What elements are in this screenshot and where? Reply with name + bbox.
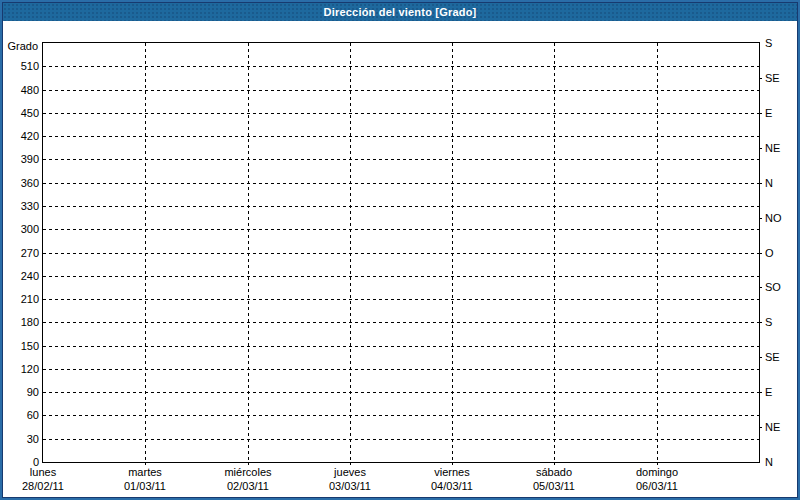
v-gridline-2 (248, 43, 249, 462)
right-tick-360 (759, 183, 762, 184)
right-tick-495 (759, 78, 762, 79)
h-gridline-480 (43, 90, 759, 91)
y-tick-label-480: 480 (0, 84, 39, 96)
y-tick-label-90: 90 (0, 386, 39, 398)
y-axis-title: Grado (7, 40, 38, 52)
x-label-date-2: 02/03/11 (193, 480, 303, 493)
h-gridline-180 (43, 322, 759, 323)
right-tick-405 (759, 148, 762, 149)
chart-title-bar: Dirección del viento [Grado] (3, 3, 797, 21)
chart-frame: Dirección del viento [Grado] Grado 03060… (2, 2, 798, 498)
x-label-day-4: viernes (397, 466, 507, 479)
right-axis-label-360: N (765, 177, 773, 189)
right-axis-label-180: S (765, 316, 772, 328)
y-tick-label-180: 180 (0, 316, 39, 328)
h-gridline-420 (43, 136, 759, 137)
v-gridline-5 (554, 43, 555, 462)
x-label-date-4: 04/03/11 (397, 480, 507, 493)
x-label-date-1: 01/03/11 (90, 480, 200, 493)
h-gridline-510 (43, 66, 759, 67)
y-tick-label-330: 330 (0, 200, 39, 212)
x-tick-6 (657, 462, 658, 465)
h-gridline-450 (43, 113, 759, 114)
x-tick-5 (554, 462, 555, 465)
x-label-date-5: 05/03/11 (499, 480, 609, 493)
right-tick-135 (759, 357, 762, 358)
x-label-date-0: 28/02/11 (0, 480, 98, 493)
right-axis-label-540: S (765, 37, 772, 49)
right-tick-90 (759, 392, 762, 393)
right-tick-450 (759, 113, 762, 114)
x-label-day-1: martes (90, 466, 200, 479)
y-tick-label-60: 60 (0, 409, 39, 421)
y-tick-label-120: 120 (0, 363, 39, 375)
right-axis-label-90: E (765, 386, 772, 398)
y-tick-label-300: 300 (0, 223, 39, 235)
chart-title: Dirección del viento [Grado] (324, 6, 477, 18)
x-tick-3 (350, 462, 351, 465)
y-tick-label-270: 270 (0, 247, 39, 259)
right-axis-label-225: SO (765, 281, 781, 293)
y-tick-label-450: 450 (0, 107, 39, 119)
v-gridline-1 (145, 43, 146, 462)
h-gridline-360 (43, 183, 759, 184)
x-tick-2 (248, 462, 249, 465)
y-tick-label-390: 390 (0, 153, 39, 165)
v-gridline-4 (452, 43, 453, 462)
y-tick-label-510: 510 (0, 60, 39, 72)
right-axis-label-0: N (765, 456, 773, 468)
h-gridline-90 (43, 392, 759, 393)
y-tick-label-360: 360 (0, 177, 39, 189)
x-label-day-6: domingo (602, 466, 712, 479)
h-gridline-120 (43, 369, 759, 370)
h-gridline-30 (43, 439, 759, 440)
x-label-day-2: miércoles (193, 466, 303, 479)
x-label-date-3: 03/03/11 (295, 480, 405, 493)
v-gridline-3 (350, 43, 351, 462)
y-tick-label-240: 240 (0, 270, 39, 282)
h-gridline-60 (43, 415, 759, 416)
right-axis-label-45: NE (765, 421, 780, 433)
right-tick-180 (759, 322, 762, 323)
right-tick-225 (759, 287, 762, 288)
h-gridline-210 (43, 299, 759, 300)
right-tick-45 (759, 427, 762, 428)
right-tick-315 (759, 218, 762, 219)
y-tick-label-420: 420 (0, 130, 39, 142)
right-tick-270 (759, 253, 762, 254)
h-gridline-300 (43, 229, 759, 230)
x-label-day-0: lunes (0, 466, 98, 479)
y-tick-label-150: 150 (0, 340, 39, 352)
chart-window: Dirección del viento [Grado] Grado 03060… (0, 0, 800, 500)
x-tick-1 (145, 462, 146, 465)
x-tick-4 (452, 462, 453, 465)
right-axis-label-450: E (765, 107, 772, 119)
h-gridline-270 (43, 253, 759, 254)
right-axis-label-135: SE (765, 351, 780, 363)
x-label-date-6: 06/03/11 (602, 480, 712, 493)
h-gridline-240 (43, 276, 759, 277)
right-axis-label-270: O (765, 247, 774, 259)
v-gridline-6 (657, 43, 658, 462)
x-label-day-5: sábado (499, 466, 609, 479)
right-axis-label-315: NO (765, 212, 782, 224)
right-axis-label-495: SE (765, 72, 780, 84)
h-gridline-330 (43, 206, 759, 207)
y-tick-label-210: 210 (0, 293, 39, 305)
h-gridline-390 (43, 159, 759, 160)
chart-region: Grado 0306090120150180210240270300330360… (3, 21, 797, 497)
x-label-day-3: jueves (295, 466, 405, 479)
y-tick-label-30: 30 (0, 433, 39, 445)
plot-area: Grado 0306090120150180210240270300330360… (42, 42, 760, 463)
h-gridline-150 (43, 346, 759, 347)
right-axis-label-405: NE (765, 142, 780, 154)
